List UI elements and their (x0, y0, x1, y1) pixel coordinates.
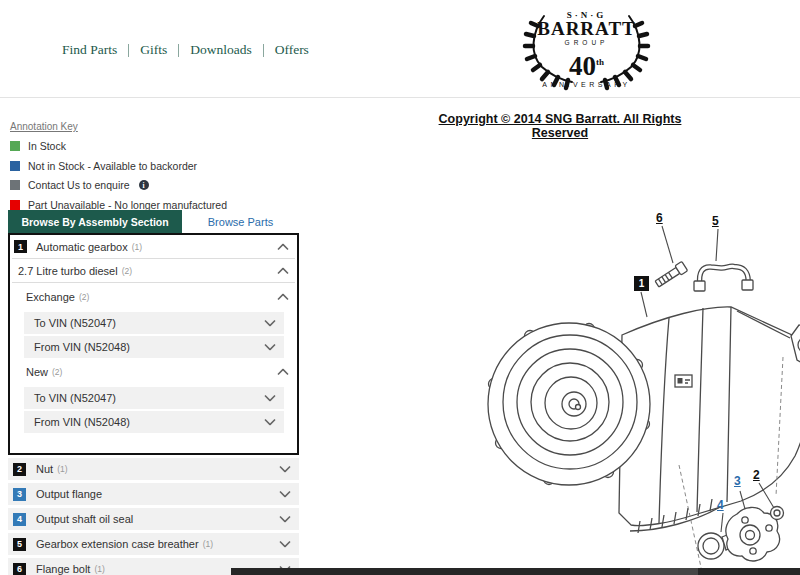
section-label: Flange bolt (36, 563, 90, 575)
chevron-down-icon (279, 466, 291, 473)
section-count: (1) (57, 464, 67, 474)
section-number-badge: 6 (13, 563, 26, 575)
group-label: Exchange (26, 291, 75, 303)
key-item-in-stock: In Stock (10, 140, 227, 152)
key-item-unavailable: Part Unavailable - No longer manufacture… (10, 199, 227, 211)
nav-find-parts[interactable]: Find Parts (62, 42, 117, 58)
chevron-down-icon (264, 395, 276, 402)
option-row-from-vin-new[interactable]: From VIN (N52048) (24, 411, 284, 433)
section-row-nut[interactable]: 2 Nut (1) (8, 458, 299, 480)
option-row-from-vin-exchange[interactable]: From VIN (N52048) (24, 336, 284, 358)
section-number-badge: 2 (13, 463, 26, 476)
chevron-down-icon (279, 491, 291, 498)
section-row-output-shaft-oil-seal[interactable]: 4 Output shaft oil seal (8, 508, 299, 530)
bottom-bar (231, 568, 800, 575)
section-label: Output flange (36, 488, 102, 500)
section-row-output-flange[interactable]: 3 Output flange (8, 483, 299, 505)
diagram-callout-4[interactable]: 4 (717, 498, 724, 512)
option-row-to-vin-exchange[interactable]: To VIN (N52047) (24, 312, 284, 334)
section-label: Output shaft oil seal (36, 513, 133, 525)
bottom-bar-segment (630, 568, 698, 575)
diagram-callout-5[interactable]: 5 (712, 214, 719, 228)
tab-browse-parts[interactable]: Browse Parts (182, 210, 299, 233)
nav-downloads[interactable]: Downloads (190, 42, 252, 58)
assembly-row-27-litre-turbo-diesel[interactable]: 2.7 Litre turbo diesel (2) (10, 259, 297, 282)
nav-separator (178, 44, 179, 57)
key-label: Not in Stock - Available to backorder (28, 160, 197, 172)
key-label: Contact Us to enquire (28, 179, 130, 191)
sng-barratt-logo: S·N·G BARRATT GROUP 40th ANNIVERSARY (514, 4, 659, 98)
diagram-callout-1[interactable]: 1 (634, 276, 649, 291)
chevron-down-icon (264, 419, 276, 426)
nav-separator (128, 44, 129, 57)
diagram-callout-6[interactable]: 6 (656, 211, 663, 225)
logo-barratt-text: BARRATT (514, 20, 659, 38)
group-label: New (26, 366, 48, 378)
section-count: (1) (94, 564, 104, 574)
section-row-gearbox-extension-case-breather[interactable]: 5 Gearbox extension case breather (1) (8, 533, 299, 555)
group-count: (2) (79, 292, 89, 302)
option-label: To VIN (N52047) (34, 317, 116, 329)
option-row-to-vin-new[interactable]: To VIN (N52047) (24, 387, 284, 409)
annotation-key-title: Annotation Key (10, 121, 227, 132)
group-row-new[interactable]: New (2) (10, 360, 297, 384)
chevron-down-icon (279, 516, 291, 523)
parts-catalog-page: Find Parts Gifts Downloads Offers (0, 0, 800, 575)
chevron-up-icon (277, 267, 289, 274)
copyright-link[interactable]: Copyright © 2014 SNG Barratt. All Rights… (410, 112, 710, 140)
key-label: In Stock (28, 140, 66, 152)
contact-us-swatch (10, 180, 20, 190)
top-navigation: Find Parts Gifts Downloads Offers (62, 42, 309, 58)
info-icon[interactable]: i (139, 180, 149, 190)
unavailable-swatch (10, 200, 20, 210)
diagram-callout-2[interactable]: 2 (753, 468, 760, 482)
chevron-up-icon (277, 294, 289, 301)
section-number-badge: 4 (13, 513, 26, 526)
variant-label: 2.7 Litre turbo diesel (18, 265, 118, 277)
chevron-up-icon (277, 243, 289, 250)
nav-gifts[interactable]: Gifts (140, 42, 167, 58)
backorder-swatch (10, 161, 20, 171)
option-label: From VIN (N52048) (34, 416, 130, 428)
chevron-down-icon (264, 344, 276, 351)
logo-anniversary-text: ANNIVERSARY (514, 81, 659, 88)
section-label: Nut (36, 463, 53, 475)
section-number-badge: 3 (13, 488, 26, 501)
option-label: To VIN (N52047) (34, 392, 116, 404)
key-item-backorder: Not in Stock - Available to backorder (10, 160, 227, 172)
diagram-callout-3[interactable]: 3 (734, 474, 741, 488)
key-label: Part Unavailable - No longer manufacture… (28, 199, 227, 211)
assembly-panel: 1 Automatic gearbox (1) 2.7 Litre turbo … (8, 233, 299, 455)
nav-separator (263, 44, 264, 57)
assembly-row-automatic-gearbox[interactable]: 1 Automatic gearbox (1) (10, 235, 297, 258)
section-label: Automatic gearbox (36, 241, 128, 253)
section-number-badge: 5 (13, 538, 26, 551)
header-divider (0, 97, 800, 98)
section-count: (1) (203, 539, 213, 549)
row-divider (12, 282, 295, 283)
assembly-section-list: 2 Nut (1) 3 Output flange 4 Output shaft… (8, 458, 299, 575)
gearbox-diagram (470, 195, 800, 575)
section-number-badge: 1 (14, 240, 27, 253)
tab-browse-by-assembly-section[interactable]: Browse By Assembly Section (8, 210, 182, 233)
annotation-key: Annotation Key In Stock Not in Stock - A… (10, 121, 227, 218)
in-stock-swatch (10, 141, 20, 151)
option-label: From VIN (N52048) (34, 341, 130, 353)
chevron-up-icon (277, 369, 289, 376)
nav-offers[interactable]: Offers (275, 42, 309, 58)
group-row-exchange[interactable]: Exchange (2) (10, 285, 297, 309)
section-count: (1) (132, 242, 142, 252)
group-count: (2) (52, 367, 62, 377)
logo-group-text: GROUP (514, 39, 659, 46)
variant-count: (2) (122, 266, 132, 276)
logo-40th: 40th (514, 49, 659, 79)
section-label: Gearbox extension case breather (36, 538, 199, 550)
chevron-down-icon (279, 541, 291, 548)
key-item-contact-us: Contact Us to enquire i (10, 179, 227, 191)
browse-tabs: Browse By Assembly Section Browse Parts (8, 210, 299, 233)
chevron-down-icon (264, 320, 276, 327)
